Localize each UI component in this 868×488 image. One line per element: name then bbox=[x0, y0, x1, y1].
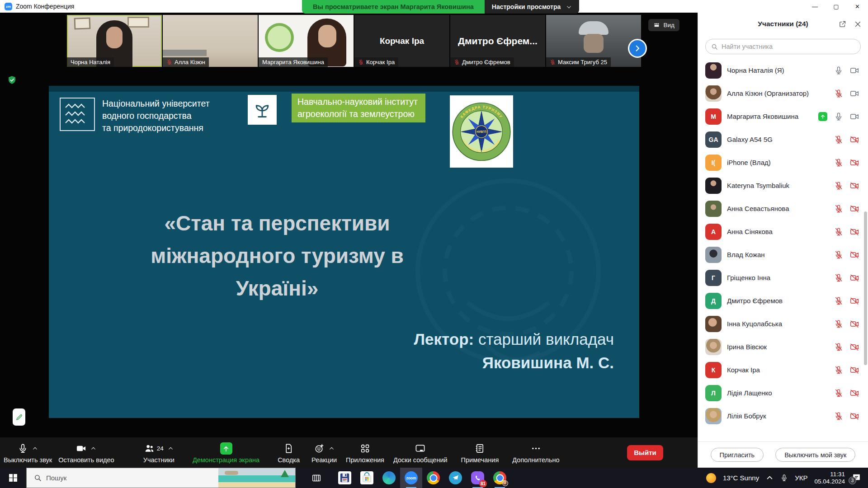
video-tile-yefremov[interactable]: Дмитро Єфрем... Дмитро Єфремов bbox=[450, 15, 545, 67]
participant-row[interactable]: Інна Куцолабська bbox=[698, 312, 868, 335]
participant-row[interactable]: Алла Кізюн (Организатор) bbox=[698, 82, 868, 105]
chevron-up-icon[interactable] bbox=[90, 446, 96, 451]
participant-name: Влад Кожан bbox=[727, 251, 829, 258]
video-tile-yakovyshyna[interactable]: Маргарита Яковишина bbox=[259, 15, 354, 67]
participant-row[interactable]: Чорна Наталія (Я) bbox=[698, 59, 868, 82]
participant-row[interactable]: Анна Севастьянова bbox=[698, 197, 868, 220]
participants-button[interactable]: 24 Участники bbox=[143, 442, 175, 464]
minimize-button[interactable]: — bbox=[804, 0, 826, 13]
invite-button[interactable]: Пригласить bbox=[711, 448, 764, 462]
taskbar-clock[interactable]: 11:31 05.04.2024 bbox=[814, 471, 845, 485]
reactions-button[interactable]: Реакции bbox=[311, 442, 337, 464]
avatar bbox=[705, 316, 722, 332]
language-indicator[interactable]: УКР bbox=[795, 474, 807, 482]
whiteboards-button[interactable]: Доски сообщений bbox=[393, 442, 448, 464]
video-tile-tryhub[interactable]: Максим Тригуб 25 bbox=[546, 15, 641, 67]
participant-row[interactable]: GA Galaxy A54 5G bbox=[698, 128, 868, 151]
participant-search-input[interactable] bbox=[722, 43, 855, 50]
camera-off-icon bbox=[850, 181, 859, 190]
taskbar-app-viber[interactable]: 81 bbox=[467, 468, 489, 488]
participant-name: Анна Сінякова bbox=[727, 228, 829, 235]
participant-row[interactable]: Г Гріщенко Інна bbox=[698, 266, 868, 289]
tray-chevron-up-icon[interactable] bbox=[766, 474, 774, 482]
avatar: А bbox=[705, 224, 722, 240]
camera-off-icon bbox=[850, 250, 859, 259]
university-logo bbox=[60, 98, 95, 131]
participant-name: Galaxy A54 5G bbox=[727, 136, 829, 143]
apps-icon bbox=[360, 443, 370, 454]
avatar: Г bbox=[705, 270, 722, 286]
muted-mic-icon bbox=[550, 59, 556, 65]
mute-button[interactable]: Выключить звук bbox=[4, 442, 52, 464]
taskbar-app-file-manager[interactable] bbox=[334, 468, 356, 488]
avatar: GA bbox=[705, 131, 722, 148]
participant-row[interactable]: К Корчак Іра bbox=[698, 358, 868, 381]
participant-row[interactable]: Л Лідія Лащенко bbox=[698, 381, 868, 404]
video-tile-korchak[interactable]: Корчак Іра Корчак Іра bbox=[354, 15, 449, 67]
tray-microphone-icon[interactable] bbox=[780, 474, 788, 482]
security-shield-icon[interactable] bbox=[7, 75, 17, 85]
participants-icon bbox=[144, 443, 155, 454]
more-icon bbox=[531, 443, 541, 454]
chevron-up-icon[interactable] bbox=[32, 446, 38, 451]
leave-button[interactable]: Выйти bbox=[627, 445, 663, 460]
action-center-button[interactable]: 3 bbox=[852, 473, 863, 483]
mic-muted-icon bbox=[834, 181, 843, 190]
participant-row[interactable]: Д Дмитро Єфремов bbox=[698, 289, 868, 312]
avatar: К bbox=[705, 362, 722, 378]
participant-row[interactable]: А Анна Сінякова bbox=[698, 220, 868, 243]
chevron-right-icon bbox=[633, 44, 642, 52]
participant-row[interactable]: Ірина Вівсюк bbox=[698, 335, 868, 358]
scrollbar[interactable] bbox=[864, 211, 867, 365]
summary-button[interactable]: Сводка bbox=[278, 442, 300, 464]
chevron-up-icon[interactable] bbox=[168, 446, 174, 451]
screen-share-banner: Вы просматриваете экран Маргарита Яковиш… bbox=[302, 0, 579, 14]
participant-row[interactable]: Лілія Бобрук bbox=[698, 404, 868, 427]
microphone-icon bbox=[18, 443, 28, 454]
close-icon[interactable] bbox=[854, 20, 862, 28]
muted-mic-icon bbox=[358, 59, 364, 65]
participant-row[interactable]: Kateryna Tsymbaliuk bbox=[698, 174, 868, 197]
share-screen-label: Демонстрация экрана bbox=[193, 456, 259, 464]
next-videos-button[interactable] bbox=[628, 39, 647, 58]
taskbar-app-chrome-profile[interactable] bbox=[489, 468, 511, 488]
telegram-icon bbox=[449, 471, 462, 484]
popout-icon[interactable] bbox=[839, 20, 846, 28]
participant-row[interactable]: I( iPhone (Влад) bbox=[698, 151, 868, 174]
weather-text[interactable]: 13°C Sunny bbox=[723, 474, 759, 482]
taskbar-apps: zoom 81 bbox=[334, 468, 511, 488]
video-tile-kizyun[interactable]: Алла Кізюн bbox=[163, 15, 258, 67]
maximize-button[interactable]: ▢ bbox=[826, 0, 847, 13]
view-button[interactable]: Вид bbox=[648, 19, 679, 31]
taskbar-app-edge[interactable] bbox=[378, 468, 400, 488]
view-settings-button[interactable]: Настройки просмотра bbox=[485, 0, 579, 14]
weather-sun-icon[interactable] bbox=[706, 473, 716, 483]
participant-row[interactable]: М Маргарита Яковишина bbox=[698, 105, 868, 128]
mute-my-audio-button[interactable]: Выключить мой звук bbox=[775, 448, 855, 462]
annotate-button[interactable] bbox=[13, 408, 25, 426]
tourism-department-emblem: КАФЕДРА ТУРИЗМУ ТА ГОТЕЛЬНО-РЕСТОРАННОЇ … bbox=[450, 95, 513, 168]
start-button[interactable] bbox=[0, 468, 26, 488]
participant-row[interactable]: Влад Кожан bbox=[698, 243, 868, 266]
participant-search-box[interactable] bbox=[705, 39, 861, 54]
taskbar-app-store[interactable] bbox=[356, 468, 378, 488]
stop-video-button[interactable]: Остановить видео bbox=[58, 442, 114, 464]
taskbar-search[interactable] bbox=[26, 468, 296, 488]
share-screen-button[interactable]: Демонстрация экрана bbox=[193, 442, 259, 464]
apps-button[interactable]: Приложения bbox=[346, 442, 384, 464]
room-decor bbox=[163, 50, 207, 56]
taskbar-app-zoom[interactable]: zoom bbox=[400, 468, 422, 488]
avatar: I( bbox=[705, 155, 722, 171]
notes-button[interactable]: Примечания bbox=[461, 442, 499, 464]
taskbar-app-chrome[interactable] bbox=[422, 468, 444, 488]
emblem-graphic: КАФЕДРА ТУРИЗМУ ТА ГОТЕЛЬНО-РЕСТОРАННОЇ … bbox=[450, 97, 513, 167]
time: 11:31 bbox=[814, 471, 845, 478]
more-button[interactable]: Дополнительно bbox=[512, 442, 559, 464]
camera-off-icon bbox=[850, 135, 859, 144]
taskbar-app-telegram[interactable] bbox=[444, 468, 467, 488]
close-button[interactable]: ✕ bbox=[847, 0, 868, 13]
task-view-button[interactable] bbox=[306, 468, 327, 488]
video-tile-chorna[interactable]: Чорна Наталія bbox=[67, 15, 162, 67]
chevron-up-icon[interactable] bbox=[329, 446, 335, 451]
taskbar-search-input[interactable] bbox=[46, 474, 159, 482]
